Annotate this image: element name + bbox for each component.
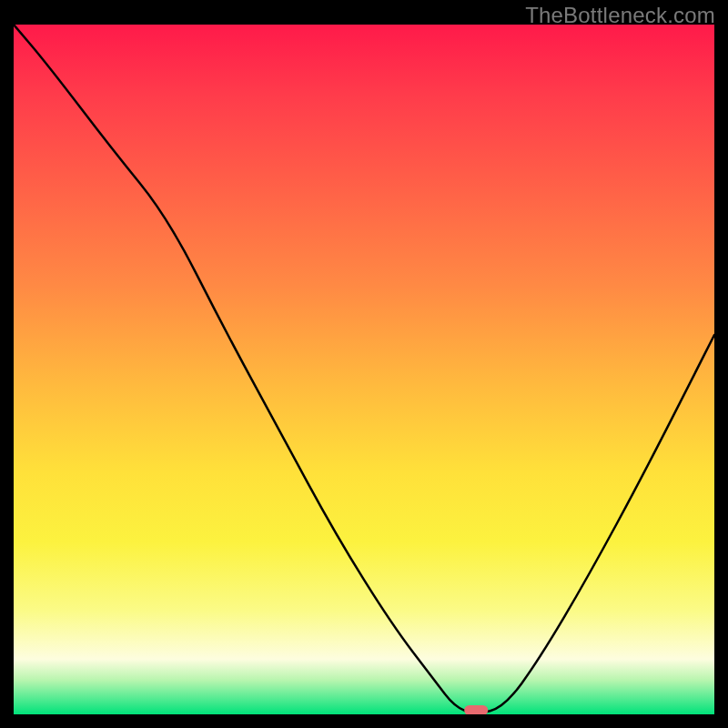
curve-path (14, 25, 714, 713)
chart-frame: TheBottleneck.com (0, 0, 728, 728)
plot-area (14, 25, 714, 714)
bottleneck-curve (14, 25, 714, 714)
optimal-marker (464, 705, 488, 714)
